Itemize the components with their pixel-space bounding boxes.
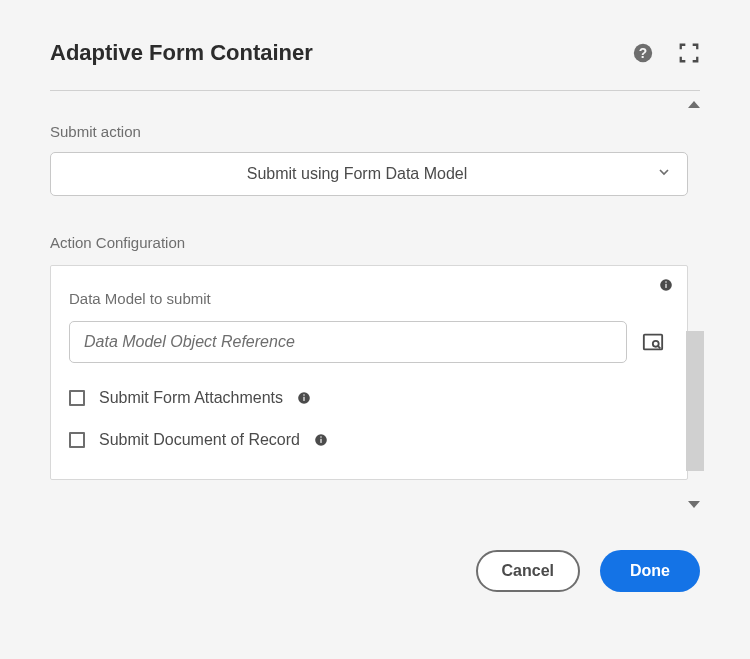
dialog-header: Adaptive Form Container ?	[50, 40, 700, 91]
cancel-button[interactable]: Cancel	[476, 550, 580, 592]
data-model-label: Data Model to submit	[69, 290, 669, 307]
data-model-input-row	[69, 321, 669, 363]
svg-point-10	[303, 394, 305, 396]
info-icon[interactable]	[314, 433, 328, 447]
dialog-body: Submit action Submit using Form Data Mod…	[50, 91, 700, 500]
svg-rect-9	[303, 397, 304, 401]
svg-point-13	[320, 436, 322, 438]
done-button[interactable]: Done	[600, 550, 700, 592]
fullscreen-icon[interactable]	[678, 42, 700, 64]
scrollbar-thumb[interactable]	[686, 331, 704, 471]
submit-action-select-wrap: Submit using Form Data Model	[50, 152, 700, 196]
svg-point-6	[653, 341, 659, 347]
dialog-title: Adaptive Form Container	[50, 40, 313, 66]
info-icon[interactable]	[659, 278, 673, 296]
dor-checkbox[interactable]	[69, 432, 85, 448]
dialog-container: Adaptive Form Container ? Submit action …	[0, 0, 750, 622]
svg-text:?: ?	[639, 46, 647, 61]
dialog-footer: Cancel Done	[50, 500, 700, 592]
scroll-up-icon[interactable]	[688, 101, 700, 108]
browse-button[interactable]	[637, 326, 669, 358]
svg-rect-3	[665, 284, 666, 288]
scroll-down-icon[interactable]	[688, 501, 700, 508]
svg-line-7	[658, 346, 660, 348]
info-icon[interactable]	[297, 391, 311, 405]
submit-action-select[interactable]: Submit using Form Data Model	[50, 152, 688, 196]
help-icon[interactable]: ?	[632, 42, 654, 64]
submit-action-label: Submit action	[50, 123, 700, 140]
svg-rect-12	[320, 439, 321, 443]
svg-point-4	[665, 281, 667, 283]
dor-row: Submit Document of Record	[69, 431, 669, 449]
attachments-row: Submit Form Attachments	[69, 389, 669, 407]
data-model-input[interactable]	[69, 321, 627, 363]
header-icons: ?	[632, 42, 700, 64]
attachments-label: Submit Form Attachments	[99, 389, 283, 407]
dor-label: Submit Document of Record	[99, 431, 300, 449]
action-config-panel: Data Model to submit Submit Form Attachm…	[50, 265, 688, 480]
action-config-heading: Action Configuration	[50, 234, 700, 251]
attachments-checkbox[interactable]	[69, 390, 85, 406]
